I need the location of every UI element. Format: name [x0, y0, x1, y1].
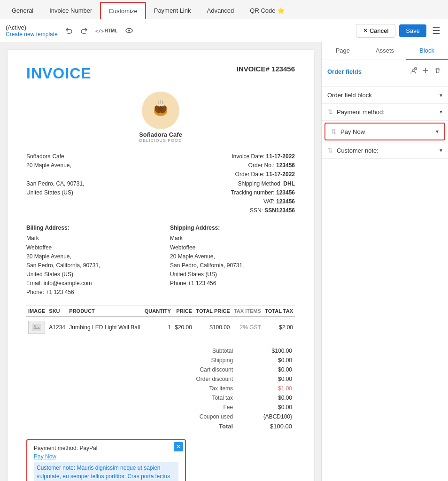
top-tabs-bar: General Invoice Number Customize Payment…	[0, 0, 448, 19]
invoice-number-block: INVOICE# 123456	[237, 65, 295, 73]
panel-tab-page[interactable]: Page	[322, 42, 364, 60]
pay-now-item[interactable]: ⇅ Pay Now ▾	[325, 124, 444, 140]
chevron-payment-method: ▾	[440, 109, 442, 115]
invoice-preview: INVOICE INVOICE# 123456	[0, 42, 321, 481]
address-right: Invoice Date: 11-17-2022 Order No.: 1234…	[231, 152, 295, 215]
create-template-link[interactable]: Create new template	[6, 31, 58, 38]
svg-point-10	[34, 325, 36, 327]
svg-point-3	[128, 30, 130, 31]
preview-button[interactable]	[124, 25, 135, 36]
add-field-icon[interactable]	[409, 66, 418, 77]
shipping-address: Shipping Address: Mark Webtoffee 20 Mapl…	[170, 225, 295, 297]
right-panel: Page Assets Block Order fields	[321, 42, 448, 481]
redo-button[interactable]	[78, 25, 90, 36]
plus-icon[interactable]	[421, 66, 430, 77]
customer-note-item[interactable]: ⇅ Customer note: ▾	[322, 142, 448, 159]
invoice-table: IMAGE SKU PRODUCT QUANTITY PRICE TOTAL P…	[26, 305, 295, 338]
svg-point-8	[158, 106, 163, 111]
panel-tab-block[interactable]: Block	[406, 42, 448, 60]
undo-button[interactable]	[63, 25, 75, 36]
panel-tabs: Page Assets Block	[322, 42, 448, 60]
toolbar: (Active) Create new template </>HTML HTM…	[0, 19, 448, 42]
menu-button[interactable]: ☰	[430, 23, 442, 38]
company-logo: Soñadora Cafe DELICIOUS FOOD	[26, 92, 295, 143]
chevron-pay-now: ▾	[436, 128, 439, 135]
customer-note-field: ⇅ Customer note: ▾	[322, 142, 448, 159]
customer-note-text: Customer note: Mauris dignissim neque ut…	[34, 462, 178, 481]
payment-block: ✕ Payment method: PayPal Pay Now Custome…	[26, 439, 186, 481]
close-payment-block[interactable]: ✕	[174, 442, 183, 451]
panel-title: Order fields	[327, 68, 362, 75]
invoice-paper: INVOICE INVOICE# 123456	[8, 50, 314, 481]
pay-now-link[interactable]: Pay Now	[34, 453, 178, 460]
delete-icon[interactable]	[433, 66, 442, 77]
order-field-block-section: Order field block ▾	[322, 87, 448, 104]
company-name: Soñadora Cafe	[26, 131, 295, 138]
pay-now-field-wrapper: ⇅ Pay Now ▾	[324, 123, 445, 140]
payment-method-item[interactable]: ⇅ Payment method: ▾	[322, 104, 448, 120]
payment-method-field: ⇅ Payment method: ▾	[322, 104, 448, 121]
svg-text:HTML: HTML	[95, 29, 105, 34]
panel-tab-assets[interactable]: Assets	[364, 42, 406, 60]
cancel-button[interactable]: ✕ Cancel	[356, 24, 395, 38]
payment-method-text: Payment method: PayPal	[34, 445, 178, 451]
totals-table: Subtotal$100.00 Shipping$0.00 Cart disco…	[163, 346, 295, 432]
tab-advanced[interactable]: Advanced	[199, 2, 242, 19]
drag-handle-paynow: ⇅	[331, 128, 337, 135]
svg-rect-9	[32, 324, 41, 331]
tab-customize[interactable]: Customize	[100, 2, 146, 19]
tab-qr-code[interactable]: QR Code ⭐	[242, 2, 293, 19]
status-text: (Active)	[6, 24, 26, 31]
billing-address: Billing Address: Mark Webtoffee 20 Maple…	[26, 225, 151, 297]
tab-invoice-number[interactable]: Invoice Number	[41, 2, 100, 19]
company-sub: DELICIOUS FOOD	[26, 138, 295, 143]
tab-payment-link[interactable]: Payment Link	[146, 2, 199, 19]
save-button[interactable]: Save	[399, 24, 426, 37]
drag-handle-payment: ⇅	[327, 108, 333, 116]
drag-handle-customer-note: ⇅	[327, 147, 333, 154]
html-button[interactable]: </>HTML HTML	[93, 25, 120, 36]
table-row: A1234 Jumbing LED Light Wall Ball 1 $20.…	[26, 317, 295, 338]
tab-general[interactable]: General	[4, 2, 41, 19]
invoice-title: INVOICE	[26, 65, 92, 82]
chevron-customer-note: ▾	[440, 147, 442, 154]
chevron-order-field-block: ▾	[440, 92, 442, 99]
address-left: Soñadora Cafe 20 Maple Avenue, San Pedro…	[26, 152, 84, 215]
order-field-block-header[interactable]: Order field block ▾	[322, 87, 448, 103]
